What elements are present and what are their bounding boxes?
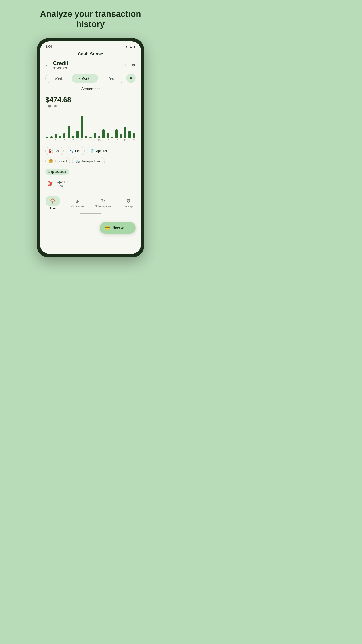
wallet-fab-icon: 💳 [105, 225, 110, 230]
bottom-nav: 🏠Home◭Categories↻Subscriptions⚙Settings [40, 193, 141, 212]
chart-label-15: 15 [106, 139, 109, 142]
phone-frame: 3:00 ▼ ▲ ▮ Cash Sense ← Credit $3,409.83… [37, 38, 144, 258]
period-tab-month[interactable]: Month [72, 74, 98, 82]
status-bar: 3:00 ▼ ▲ ▮ [40, 41, 141, 50]
chart-bar-21 [132, 116, 135, 138]
nav-icon-subscriptions: ↻ [101, 198, 105, 204]
chart-bar-6 [67, 116, 70, 138]
chart-label-5: 5 [63, 139, 66, 142]
chart-bar-4 [58, 116, 62, 138]
next-month-button[interactable]: › [134, 86, 136, 91]
chart-bar-9 [80, 116, 83, 138]
chart-spacer [128, 139, 131, 142]
chart-bar-15 [106, 116, 109, 138]
chart-bar-7 [71, 116, 75, 138]
nav-item-categories[interactable]: ◭Categories [70, 198, 86, 208]
chart-label-19: 19 [124, 139, 127, 142]
chart-bar-1 [45, 116, 49, 138]
chart-spacer [119, 139, 122, 142]
nav-label-subscriptions: Subscriptions [95, 205, 111, 208]
chart-spacer [93, 139, 96, 142]
chart-bar-19 [124, 116, 127, 138]
chart-spacer [84, 139, 88, 142]
chart-label-9: 9 [80, 139, 83, 142]
category-icon-pets: 🐾 [69, 149, 73, 153]
period-tab-week[interactable]: Week [45, 74, 72, 82]
category-chip-transportation[interactable]: 🚌Transportation [72, 157, 105, 165]
chart-label-17: 17 [115, 139, 118, 142]
period-tab-year[interactable]: Year [98, 74, 124, 82]
nav-label-home: Home [49, 206, 56, 210]
signal-icon: ▲ [129, 45, 132, 48]
wallet-actions: + ✏ [124, 62, 136, 68]
nav-label-settings: Settings [124, 205, 133, 208]
expenses-amount: $474.68 [45, 96, 136, 104]
nav-item-settings[interactable]: ⚙Settings [121, 198, 136, 208]
phone-screen: 3:00 ▼ ▲ ▮ Cash Sense ← Credit $3,409.83… [40, 41, 141, 254]
battery-icon: ▮ [134, 45, 136, 48]
prev-month-button[interactable]: ‹ [45, 86, 47, 91]
chart-bar-13 [97, 116, 101, 138]
new-wallet-button[interactable]: 💳 New wallet [100, 222, 136, 234]
page-title: Analyze your transactionhistory [40, 9, 141, 29]
category-label-apparel: Apparel [96, 149, 107, 153]
nav-label-categories: Categories [71, 205, 84, 208]
transaction-list: ⛽ -$29.99 Gas [40, 177, 141, 191]
expenses-label: Expenses [45, 104, 136, 108]
bar-chart [40, 109, 141, 138]
chart-label-21: 21 [132, 139, 135, 142]
chart-label-3: 3 [54, 139, 57, 142]
back-button[interactable]: ← [45, 62, 50, 68]
transaction-amount: -$29.99 [57, 180, 136, 184]
category-chip-fastfood[interactable]: 🍔Fastfood [45, 157, 70, 165]
period-selector: Week Month Year ✕ [40, 74, 141, 86]
chart-spacer [58, 139, 62, 142]
chart-bar-16 [110, 116, 114, 138]
close-filter-button[interactable]: ✕ [126, 74, 136, 83]
chart-bar-12 [93, 116, 96, 138]
chart-label-13: 13 [97, 139, 101, 142]
status-icons: ▼ ▲ ▮ [125, 45, 136, 48]
chart-spacer [50, 139, 53, 142]
nav-icon-home: 🏠 [50, 198, 56, 204]
app-header-title: Cash Sense [40, 50, 141, 60]
chart-label-7: 7 [71, 139, 75, 142]
chart-bar-10 [84, 116, 88, 138]
nav-icon-settings: ⚙ [126, 198, 131, 204]
nav-item-home[interactable]: 🏠Home [45, 196, 60, 210]
chart-bar-18 [119, 116, 122, 138]
chart-bar-8 [76, 116, 79, 138]
new-wallet-label: New wallet [112, 226, 131, 230]
month-nav: ‹ September › [40, 86, 141, 94]
categories-section: ⛽Gas🐾Pets👕Apparel🍔Fastfood🚌Transportatio… [40, 144, 141, 168]
transaction-name: Gas [57, 184, 136, 188]
category-icon-transportation: 🚌 [75, 159, 80, 163]
transaction-item[interactable]: ⛽ -$29.99 Gas [45, 177, 136, 191]
chart-spacer [76, 139, 79, 142]
category-icon-gas: ⛽ [49, 149, 53, 153]
wifi-icon: ▼ [125, 45, 128, 48]
chart-spacer [110, 139, 114, 142]
category-chip-gas[interactable]: ⛽Gas [45, 147, 64, 155]
add-transaction-button[interactable]: + [124, 62, 127, 68]
chart-x-labels: 13579111315171921 [40, 138, 141, 144]
category-label-transportation: Transportation [81, 160, 101, 163]
chart-bar-5 [63, 116, 66, 138]
wallet-balance: $3,409.83 [53, 66, 124, 70]
current-month-label: September [81, 87, 100, 91]
chart-label-1: 1 [45, 139, 49, 142]
date-badge: Sep 22, 2024 [45, 169, 69, 175]
edit-wallet-button[interactable]: ✏ [132, 62, 136, 68]
chart-bar-3 [54, 116, 57, 138]
chart-label-11: 11 [89, 139, 92, 142]
chart-spacer [102, 139, 105, 142]
category-icon-apparel: 👕 [90, 149, 94, 153]
nav-icon-bg: 🏠 [45, 196, 60, 206]
category-label-gas: Gas [54, 149, 60, 153]
category-chip-apparel[interactable]: 👕Apparel [87, 147, 110, 155]
chart-bar-17 [115, 116, 118, 138]
chart-bar-14 [102, 116, 105, 138]
nav-item-subscriptions[interactable]: ↻Subscriptions [95, 198, 111, 208]
category-chip-pets[interactable]: 🐾Pets [66, 147, 85, 155]
period-tabs: Week Month Year [45, 74, 124, 83]
